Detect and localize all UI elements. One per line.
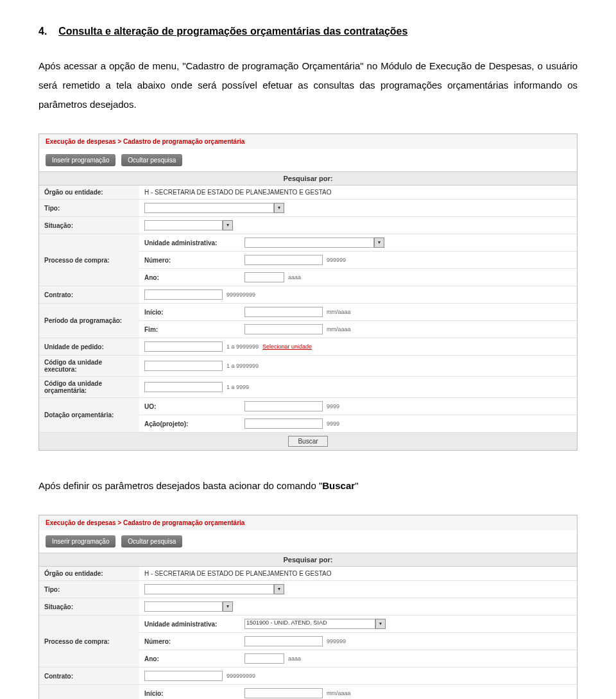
inserir-programacao-button[interactable]: Inserir programação: [46, 535, 116, 548]
hint-acao: 9999: [327, 420, 339, 427]
label-fim: Fim:: [139, 321, 239, 338]
ocultar-pesquisa-button[interactable]: Ocultar pesquisa: [121, 154, 182, 166]
label-uo: UO:: [139, 398, 239, 415]
unidade-admin-select[interactable]: [244, 237, 374, 248]
hint-fim: mm/aaaa: [327, 326, 351, 332]
buscar-row: Buscar: [39, 433, 577, 450]
hint-contrato: 999999999: [227, 673, 255, 679]
hint-contrato: 999999999: [227, 291, 255, 298]
label-inicio: Início:: [139, 685, 239, 700]
fim-input[interactable]: [244, 324, 323, 334]
label-ano: Ano:: [139, 650, 239, 668]
uo-input[interactable]: [244, 401, 323, 411]
label-situacao: Situação:: [39, 598, 139, 616]
p2-bold: Buscar: [322, 480, 355, 491]
breadcrumb: Execução de despesas > Cadastro de progr…: [39, 515, 577, 530]
label-inicio: Início:: [139, 304, 239, 321]
label-unidade-admin: Unidade administrativa:: [139, 616, 239, 633]
body-paragraph-1: Após acessar a opção de menu, "Cadastro …: [38, 56, 578, 114]
label-contrato: Contrato:: [39, 668, 139, 685]
p2-prefix: Após definir os parâmetros desejados bas…: [38, 480, 322, 491]
label-numero: Número:: [139, 252, 239, 269]
hint-uo: 9999: [327, 403, 339, 410]
label-processo: Processo de compra:: [39, 616, 139, 668]
dropdown-icon[interactable]: ▾: [274, 203, 284, 213]
label-dotacao: Dotação orçamentária:: [39, 398, 139, 433]
button-row: Inserir programação Ocultar pesquisa: [39, 149, 577, 171]
label-orgao: Órgão ou entidade:: [39, 567, 139, 581]
ocultar-pesquisa-button[interactable]: Ocultar pesquisa: [121, 535, 182, 548]
tipo-select[interactable]: [144, 584, 274, 594]
hint-inicio: mm/aaaa: [327, 690, 351, 696]
numero-input[interactable]: [244, 636, 323, 646]
hint-ano: aaaa: [288, 655, 301, 662]
form-screenshot-1: Execução de despesas > Cadastro de progr…: [38, 134, 578, 451]
hint-orc: 1 a 9999: [227, 384, 249, 390]
buscar-button[interactable]: Buscar: [288, 436, 327, 447]
hint-exec: 1 a 9999999: [227, 363, 259, 369]
label-situacao: Situação:: [39, 217, 139, 234]
ano-input[interactable]: [244, 653, 284, 664]
label-numero: Número:: [139, 633, 239, 650]
situacao-select[interactable]: [144, 601, 223, 612]
label-acao: Ação(projeto):: [139, 415, 239, 433]
dropdown-icon[interactable]: ▾: [223, 220, 233, 230]
inserir-programacao-button[interactable]: Inserir programação: [46, 154, 116, 166]
search-header: Pesquisar por:: [39, 553, 577, 567]
ano-input[interactable]: [244, 272, 284, 282]
cod-exec-input[interactable]: [144, 361, 223, 371]
body-paragraph-2: Após definir os parâmetros desejados bas…: [38, 476, 578, 496]
dropdown-icon[interactable]: ▾: [374, 237, 384, 248]
button-row: Inserir programação Ocultar pesquisa: [39, 530, 577, 553]
hint-pedido: 1 a 9999999: [227, 343, 259, 350]
breadcrumb: Execução de despesas > Cadastro de progr…: [39, 134, 577, 149]
situacao-select[interactable]: [144, 220, 223, 230]
hint-numero: 999999: [327, 257, 346, 263]
p2-suffix: ": [355, 480, 358, 491]
contrato-input[interactable]: [144, 671, 223, 681]
selecionar-unidade-link[interactable]: Selecionar unidade: [262, 343, 312, 350]
label-cod-exec: Código da unidade executora:: [39, 356, 139, 377]
section-title: Consulta e alteração de programações orç…: [58, 26, 407, 37]
label-processo: Processo de compra:: [39, 234, 139, 286]
label-ano: Ano:: [139, 269, 239, 286]
section-heading: 4. Consulta e alteração de programações …: [38, 26, 578, 37]
label-cod-orc: Código da unidade orçamentária:: [39, 377, 139, 398]
dropdown-icon[interactable]: ▾: [375, 619, 386, 629]
form-screenshot-2: Execução de despesas > Cadastro de progr…: [38, 515, 578, 699]
inicio-input[interactable]: [244, 688, 323, 698]
unidade-admin-select[interactable]: 1501900 - UNID. ATEND. SIAD: [244, 619, 375, 629]
p1-prefix: Após acessar a opção de menu, ": [38, 60, 186, 71]
hint-inicio: mm/aaaa: [327, 309, 351, 315]
tipo-select[interactable]: [144, 203, 274, 213]
label-unidade-admin: Unidade administrativa:: [139, 234, 239, 252]
dropdown-icon[interactable]: ▾: [274, 584, 284, 594]
cod-orc-input[interactable]: [144, 382, 223, 392]
dropdown-icon[interactable]: ▾: [223, 601, 233, 612]
label-contrato: Contrato:: [39, 286, 139, 304]
acao-input[interactable]: [244, 419, 323, 429]
unidade-pedido-input[interactable]: [144, 341, 223, 352]
label-orgao: Órgão ou entidade:: [39, 186, 139, 200]
p1-menu-item: Cadastro de programação Orçamentária: [186, 60, 361, 71]
search-header: Pesquisar por:: [39, 171, 577, 186]
section-number: 4.: [38, 26, 47, 37]
label-unidade-pedido: Unidade de pedido:: [39, 338, 139, 356]
hint-numero: 999999: [327, 638, 346, 644]
label-tipo: Tipo:: [39, 581, 139, 598]
label-periodo: Período da programação:: [39, 304, 139, 338]
label-periodo: Período da programação:: [39, 685, 139, 700]
inicio-input[interactable]: [244, 307, 323, 317]
value-orgao: H - SECRETARIA DE ESTADO DE PLANEJAMENTO…: [139, 186, 577, 200]
label-tipo: Tipo:: [39, 200, 139, 217]
numero-input[interactable]: [244, 255, 323, 265]
contrato-input[interactable]: [144, 289, 223, 300]
value-orgao: H - SECRETARIA DE ESTADO DE PLANEJAMENTO…: [139, 567, 577, 581]
hint-ano: aaaa: [288, 274, 301, 280]
